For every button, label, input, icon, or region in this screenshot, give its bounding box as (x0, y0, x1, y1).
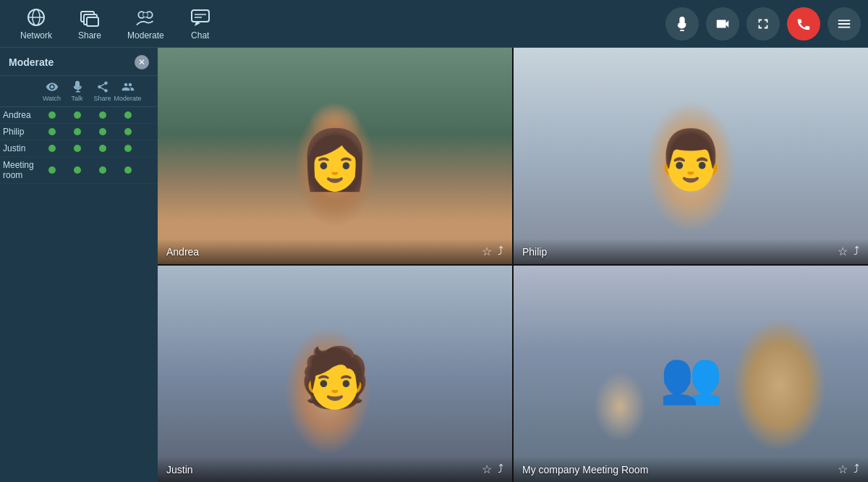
share-icon (80, 7, 100, 28)
status-dot-justin-watch (48, 145, 56, 152)
participant-row-philip: Philip (0, 124, 158, 140)
chat-label: Chat (191, 30, 209, 41)
video-actions-meeting: ☆ ⤴ (838, 462, 859, 476)
video-placeholder-meeting (514, 266, 868, 482)
status-dot-andrea-moderate (124, 111, 132, 119)
status-dot-andrea-watch (48, 111, 56, 119)
star-icon-andrea[interactable]: ☆ (482, 245, 492, 258)
toolbar-item-chat[interactable]: Chat (177, 1, 224, 46)
toolbar-left: Network Share M (7, 1, 665, 46)
toolbar: Network Share M (0, 0, 868, 48)
status-dot-meeting-moderate (124, 166, 132, 174)
col-watch-label: Watch (43, 95, 61, 102)
sidebar-close-button[interactable]: ✕ (135, 55, 149, 69)
svg-rect-9 (192, 10, 209, 22)
status-dot-philip-moderate (124, 128, 132, 135)
share-icon-meeting[interactable]: ⤴ (854, 462, 859, 476)
share-icon-justin[interactable]: ⤴ (498, 462, 503, 476)
col-watch: Watch (39, 80, 64, 102)
video-grid: Andrea ☆ ⤴ Philip ☆ ⤴ Justin (158, 48, 868, 482)
sidebar-title: Moderate (9, 56, 54, 68)
participant-name-andrea: Andrea (3, 110, 39, 120)
participant-name-justin: Justin (3, 143, 39, 153)
video-label-bar-meeting: My company Meeting Room ☆ ⤴ (514, 457, 868, 482)
video-name-andrea: Andrea (166, 246, 199, 258)
camera-button[interactable] (706, 7, 739, 41)
star-icon-philip[interactable]: ☆ (838, 245, 848, 258)
share-icon-philip[interactable]: ⤴ (854, 245, 859, 258)
participant-name-philip: Philip (3, 127, 39, 137)
network-icon (26, 7, 46, 28)
video-label-bar-andrea: Andrea ☆ ⤴ (158, 239, 512, 264)
status-dot-philip-watch (48, 128, 56, 135)
moderate-icon (135, 7, 156, 28)
video-actions-justin: ☆ ⤴ (482, 462, 503, 476)
video-label-bar-philip: Philip ☆ ⤴ (514, 239, 868, 264)
sidebar-columns: Watch Talk Share Moderate (0, 76, 158, 107)
toolbar-item-network[interactable]: Network (7, 1, 65, 46)
svg-rect-5 (87, 17, 98, 26)
status-dot-philip-talk (74, 128, 81, 135)
video-cell-meeting: My company Meeting Room ☆ ⤴ (514, 266, 868, 482)
status-dot-justin-talk (74, 145, 81, 152)
video-name-philip: Philip (522, 246, 547, 258)
status-dot-meeting-talk (74, 166, 81, 174)
status-dot-philip-share (99, 128, 106, 135)
video-cell-andrea: Andrea ☆ ⤴ (158, 48, 512, 264)
participant-row-meeting-room: Meeting room (0, 157, 158, 184)
end-call-button[interactable] (787, 7, 820, 41)
status-dot-andrea-talk (74, 111, 81, 119)
participant-name-meeting-room: Meeting room (3, 160, 39, 180)
chat-icon (190, 7, 210, 28)
col-talk: Talk (64, 80, 90, 102)
col-moderate-label: Moderate (114, 95, 141, 102)
video-placeholder-justin (158, 266, 512, 482)
video-placeholder-philip (514, 48, 868, 264)
video-cell-philip: Philip ☆ ⤴ (514, 48, 868, 264)
fullscreen-button[interactable] (746, 7, 780, 41)
col-talk-label: Talk (71, 95, 82, 102)
star-icon-justin[interactable]: ☆ (482, 462, 492, 476)
status-dot-andrea-share (99, 111, 106, 119)
participant-row-andrea: Andrea (0, 107, 158, 124)
status-dot-justin-share (99, 145, 106, 152)
video-label-bar-justin: Justin ☆ ⤴ (158, 457, 512, 482)
status-dot-meeting-watch (48, 166, 56, 174)
svg-point-8 (143, 12, 148, 17)
moderate-label: Moderate (127, 30, 164, 41)
status-dot-justin-moderate (124, 145, 132, 152)
video-actions-andrea: ☆ ⤴ (482, 245, 503, 258)
network-label: Network (20, 30, 52, 41)
menu-button[interactable] (827, 7, 861, 41)
status-dot-meeting-share (99, 166, 106, 174)
sidebar-header: Moderate ✕ (0, 48, 158, 76)
col-share: Share (90, 80, 115, 102)
main-content: Moderate ✕ Watch Talk Share Moderate (0, 48, 868, 482)
microphone-button[interactable] (665, 7, 699, 41)
share-label: Share (78, 30, 101, 41)
video-name-meeting: My company Meeting Room (522, 464, 648, 475)
star-icon-meeting[interactable]: ☆ (838, 462, 848, 476)
col-moderate: Moderate (115, 80, 140, 102)
toolbar-item-share[interactable]: Share (65, 1, 114, 46)
toolbar-right (665, 7, 861, 41)
toolbar-item-moderate[interactable]: Moderate (114, 1, 177, 46)
sidebar: Moderate ✕ Watch Talk Share Moderate (0, 48, 158, 482)
video-name-justin: Justin (166, 464, 193, 475)
video-actions-philip: ☆ ⤴ (838, 245, 859, 258)
col-share-label: Share (93, 95, 111, 102)
video-placeholder-andrea (158, 48, 512, 264)
share-icon-andrea[interactable]: ⤴ (498, 245, 503, 258)
participant-row-justin: Justin (0, 140, 158, 157)
video-cell-justin: Justin ☆ ⤴ (158, 266, 512, 482)
